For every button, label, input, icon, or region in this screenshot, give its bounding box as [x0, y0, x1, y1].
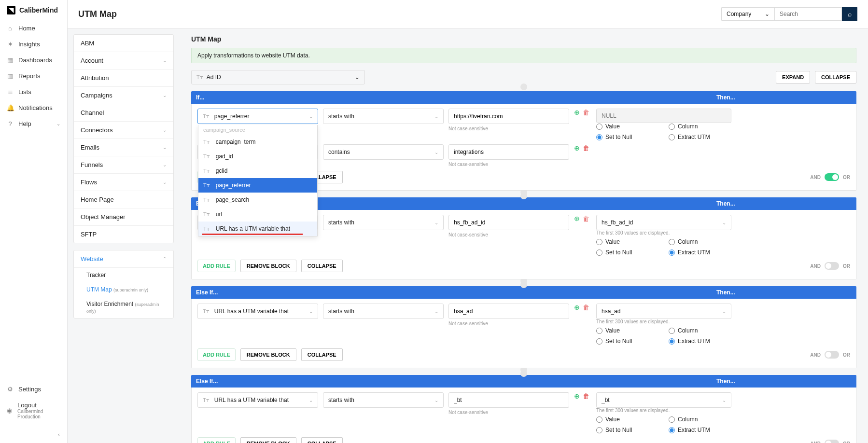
dropdown-option[interactable]: campaign_source [198, 125, 317, 135]
add-row-icon[interactable]: ⊕ [574, 215, 580, 222]
insert-block-icon[interactable] [520, 281, 527, 288]
website-nav-group[interactable]: Website ⌃ [74, 250, 173, 268]
nav2-item-abm[interactable]: ABM [74, 35, 173, 52]
insert-block-icon[interactable] [520, 83, 527, 90]
add-row-icon[interactable]: ⊕ [574, 304, 580, 311]
nav2-sub-tracker[interactable]: Tracker [74, 268, 173, 282]
logout-link[interactable]: ◉ Logout Calibermind Production [0, 397, 67, 424]
insert-block-icon[interactable] [520, 193, 527, 199]
nav2-item-campaigns[interactable]: Campaigns⌄ [74, 87, 173, 104]
field-select[interactable]: TᴛURL has a UTM variable that⌄ [197, 304, 318, 319]
delete-row-icon[interactable]: 🗑 [583, 304, 589, 311]
value-input[interactable] [448, 144, 569, 160]
nav-item-insights[interactable]: ✶Insights [0, 36, 67, 52]
dropdown-option[interactable]: Tᴛgad_id [198, 149, 317, 164]
nav-item-notifications[interactable]: 🔔Notifications [0, 100, 67, 116]
toggle-switch[interactable] [825, 173, 839, 181]
add-rule-button[interactable]: ADD RULE [197, 348, 236, 361]
value-input[interactable] [448, 109, 569, 124]
company-select[interactable]: Company ⌄ [721, 7, 774, 21]
ad-id-select[interactable]: TᴛAd ID ⌄ [191, 70, 365, 84]
then-value-select[interactable]: hsa_ad⌄ [596, 304, 731, 319]
then-value-select[interactable]: _bt⌄ [596, 392, 731, 408]
nav2-sub-utm-map[interactable]: UTM Map (superadmin only) [74, 282, 173, 297]
operator-select[interactable]: starts with⌄ [323, 215, 444, 230]
radio-extract-utm[interactable]: Extract UTM [669, 249, 731, 256]
nav-item-help[interactable]: ?Help⌄ [0, 116, 67, 132]
collapse-block-button[interactable]: COLLAPSE [301, 437, 343, 443]
radio-extract-utm[interactable]: Extract UTM [669, 427, 731, 433]
nav2-item-connectors[interactable]: Connectors⌄ [74, 122, 173, 139]
dropdown-option[interactable]: TᴛURL has a UTM variable that [198, 222, 317, 236]
remove-block-button[interactable]: REMOVE BLOCK [240, 260, 296, 272]
then-value-select[interactable]: hs_fb_ad_id⌄ [596, 215, 731, 230]
nav2-item-object-manager[interactable]: Object Manager [74, 208, 173, 226]
delete-row-icon[interactable]: 🗑 [583, 144, 589, 152]
dropdown-option[interactable]: Tᴛcampaign_term [198, 135, 317, 149]
operator-select[interactable]: contains⌄ [323, 144, 444, 160]
and-or-toggle[interactable]: AND OR [810, 262, 850, 270]
radio-set-to-null[interactable]: Set to Null [596, 427, 659, 433]
field-dropdown[interactable]: campaign_sourceTᴛcampaign_termTᴛgad_idTᴛ… [198, 125, 318, 236]
operator-select[interactable]: starts with⌄ [323, 304, 444, 319]
and-or-toggle[interactable]: AND OR [810, 173, 850, 181]
and-or-toggle[interactable]: AND OR [810, 351, 850, 359]
insert-block-icon[interactable] [520, 370, 527, 377]
search-button[interactable]: ⌕ [842, 7, 857, 21]
toggle-switch[interactable] [825, 440, 839, 443]
field-select[interactable]: Tᴛpage_referrer⌄campaign_sourceTᴛcampaig… [197, 109, 318, 124]
field-select[interactable]: TᴛURL has a UTM variable that⌄ [197, 392, 318, 408]
nav-collapse-icon[interactable]: ‹ [58, 431, 60, 437]
add-row-icon[interactable]: ⊕ [574, 109, 580, 116]
radio-value[interactable]: Value [596, 327, 659, 334]
settings-link[interactable]: ⚙ Settings [0, 381, 67, 397]
nav-item-lists[interactable]: ≣Lists [0, 84, 67, 100]
radio-column[interactable]: Column [669, 416, 731, 423]
nav2-item-flows[interactable]: Flows⌄ [74, 174, 173, 191]
collapse-button[interactable]: COLLAPSE [815, 71, 856, 83]
nav2-item-funnels[interactable]: Funnels⌄ [74, 156, 173, 174]
value-input[interactable] [448, 392, 569, 408]
collapse-block-button[interactable]: COLLAPSE [301, 260, 343, 272]
nav2-item-channel[interactable]: Channel [74, 104, 173, 122]
value-input[interactable] [448, 215, 569, 230]
radio-column[interactable]: Column [669, 123, 731, 130]
search-input[interactable] [774, 7, 842, 21]
nav2-sub-visitor-enrichment[interactable]: Visitor Enrichment (superadmin only) [74, 297, 173, 318]
delete-row-icon[interactable]: 🗑 [583, 109, 589, 116]
dropdown-option[interactable]: Tᴛpage_search [198, 193, 317, 207]
nav-item-reports[interactable]: ▥Reports [0, 68, 67, 84]
remove-block-button[interactable]: REMOVE BLOCK [240, 437, 296, 443]
nav-item-dashboards[interactable]: ▦Dashboards [0, 52, 67, 68]
nav-item-home[interactable]: ⌂Home [0, 20, 67, 36]
radio-extract-utm[interactable]: Extract UTM [669, 338, 731, 345]
toggle-switch[interactable] [825, 351, 839, 359]
nav2-item-attribution[interactable]: Attribution [74, 69, 173, 87]
delete-row-icon[interactable]: 🗑 [583, 392, 589, 400]
radio-value[interactable]: Value [596, 123, 659, 130]
dropdown-option[interactable]: Tᴛpage_referrer [198, 178, 317, 193]
collapse-block-button[interactable]: COLLAPSE [301, 348, 343, 361]
radio-value[interactable]: Value [596, 416, 659, 423]
add-rule-button[interactable]: ADD RULE [197, 260, 236, 272]
radio-set-to-null[interactable]: Set to Null [596, 338, 659, 345]
nav2-item-account[interactable]: Account⌄ [74, 52, 173, 69]
dropdown-option[interactable]: Tᴛgclid [198, 164, 317, 178]
remove-block-button[interactable]: REMOVE BLOCK [240, 348, 296, 361]
nav2-item-home-page[interactable]: Home Page [74, 191, 173, 208]
radio-column[interactable]: Column [669, 238, 731, 245]
radio-set-to-null[interactable]: Set to Null [596, 134, 659, 140]
radio-set-to-null[interactable]: Set to Null [596, 249, 659, 256]
toggle-switch[interactable] [825, 262, 839, 270]
operator-select[interactable]: starts with⌄ [323, 109, 444, 124]
nav2-item-sftp[interactable]: SFTP [74, 226, 173, 243]
value-input[interactable] [448, 304, 569, 319]
add-row-icon[interactable]: ⊕ [574, 144, 580, 152]
operator-select[interactable]: starts with⌄ [323, 392, 444, 408]
expand-button[interactable]: EXPAND [776, 71, 810, 83]
radio-value[interactable]: Value [596, 238, 659, 245]
radio-column[interactable]: Column [669, 327, 731, 334]
nav2-item-emails[interactable]: Emails⌄ [74, 139, 173, 156]
delete-row-icon[interactable]: 🗑 [583, 215, 589, 222]
and-or-toggle[interactable]: AND OR [810, 440, 850, 443]
